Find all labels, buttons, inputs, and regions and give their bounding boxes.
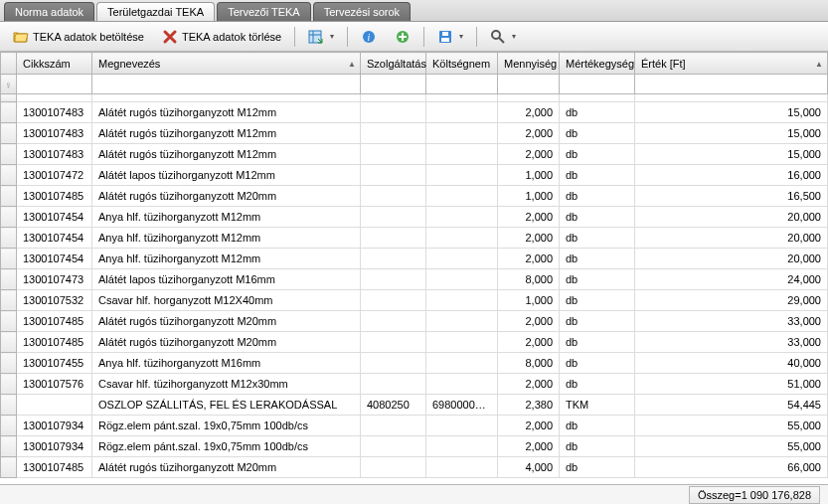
table-row[interactable]: 1300107532Csavar hlf. horganyzott M12X40… [1, 290, 828, 311]
cell-megnevezes[interactable]: Alátét rugós tüzihorganyzott M20mm [92, 311, 361, 332]
cell-ertek[interactable]: 55,000 [635, 416, 828, 436]
cell-koltsegnem[interactable] [426, 144, 498, 165]
cell-koltsegnem[interactable] [426, 416, 498, 436]
cell-mennyiseg[interactable]: 2,000 [498, 102, 560, 123]
cell-mennyiseg[interactable]: 8,000 [498, 269, 560, 290]
cell-megnevezes[interactable]: OSZLOP SZÁLLITÁS, FEL ÉS LERAKODÁSSAL [92, 395, 361, 416]
table-row[interactable]: 1300107472Alátét lapos tüzihorganyzott M… [1, 165, 828, 186]
row-indicator-header[interactable] [1, 53, 17, 75]
cell-mennyiseg[interactable]: 2,000 [498, 374, 560, 395]
cell-szolgaltatas[interactable] [361, 374, 426, 395]
table-row[interactable]: 1300107485Alátét rugós tüzihorganyzott M… [1, 186, 828, 207]
table-row[interactable]: 1300107485Alátét rugós tüzihorganyzott M… [1, 332, 828, 353]
cell-mertekegyseg[interactable]: db [560, 207, 635, 228]
cell-mennyiseg[interactable]: 8,000 [498, 353, 560, 374]
cell-koltsegnem[interactable]: 69800000 ... [426, 395, 498, 416]
cell-mennyiseg[interactable]: 1,000 [498, 165, 560, 186]
cell-szolgaltatas[interactable] [361, 269, 426, 290]
cell-ertek[interactable]: 15,000 [635, 123, 828, 144]
table-row[interactable]: 1300107454Anya hlf. tüzihorganyzott M12m… [1, 207, 828, 228]
table-row[interactable]: 1300107576Csavar hlf. tüzihorganyzott M1… [1, 374, 828, 395]
cell-cikkszam[interactable]: 1300107485 [17, 186, 92, 207]
row-indicator[interactable] [1, 395, 17, 416]
cell-cikkszam[interactable]: 1300107934 [17, 416, 92, 436]
cell-koltsegnem[interactable] [426, 123, 498, 144]
cell-koltsegnem[interactable] [426, 311, 498, 332]
cell-mertekegyseg[interactable]: db [560, 186, 635, 207]
cell-ertek[interactable]: 16,500 [635, 186, 828, 207]
row-indicator[interactable] [1, 123, 17, 144]
filter-cikkszam[interactable] [17, 77, 91, 92]
cell-koltsegnem[interactable] [426, 269, 498, 290]
refresh-button[interactable]: i [354, 25, 384, 49]
tab-teruletgazdai-teka[interactable]: Területgazdai TEKA [96, 2, 215, 21]
cell-szolgaltatas[interactable] [361, 144, 426, 165]
tab-tervezesi-sorok[interactable]: Tervezési sorok [313, 2, 411, 21]
cell-ertek[interactable]: 15,000 [635, 144, 828, 165]
cell-szolgaltatas[interactable] [361, 311, 426, 332]
cell-szolgaltatas[interactable] [361, 207, 426, 228]
cell-mertekegyseg[interactable]: TKM [560, 395, 635, 416]
cell-megnevezes[interactable]: Alátét rugós tüzihorganyzott M12mm [92, 102, 361, 123]
cell-szolgaltatas[interactable] [361, 457, 426, 478]
cell-ertek[interactable]: 20,000 [635, 207, 828, 228]
filter-ertek[interactable] [635, 77, 827, 92]
cell-ertek[interactable]: 33,000 [635, 311, 828, 332]
cell-megnevezes[interactable]: Csavar hlf. horganyzott M12X40mm [92, 290, 361, 311]
cell-megnevezes[interactable]: Alátét rugós tüzihorganyzott M12mm [92, 123, 361, 144]
col-cikkszam[interactable]: Cikkszám [17, 53, 92, 75]
col-megnevezes[interactable]: Megnevezés▲ [92, 53, 361, 75]
row-indicator[interactable] [1, 102, 17, 123]
table-row[interactable]: 1300107485Alátét rugós tüzihorganyzott M… [1, 457, 828, 478]
table-row[interactable]: 1300107934Rögz.elem pánt.szal. 19x0,75mm… [1, 416, 828, 436]
filter-mennyiseg[interactable] [498, 77, 559, 92]
cell-mertekegyseg[interactable]: db [560, 228, 635, 249]
cell-koltsegnem[interactable] [426, 102, 498, 123]
filter-indicator[interactable]: ♀ [1, 75, 17, 94]
table-row[interactable]: OSZLOP SZÁLLITÁS, FEL ÉS LERAKODÁSSAL408… [1, 395, 828, 416]
cell-mennyiseg[interactable]: 4,000 [498, 457, 560, 478]
cell-mertekegyseg[interactable]: db [560, 249, 635, 269]
cell-cikkszam[interactable]: 1300107485 [17, 332, 92, 353]
add-button[interactable] [388, 25, 417, 49]
cell-mennyiseg[interactable]: 2,000 [498, 436, 560, 457]
cell-megnevezes[interactable]: Anya hlf. tüzihorganyzott M12mm [92, 228, 361, 249]
cell-koltsegnem[interactable] [426, 332, 498, 353]
cell-mertekegyseg[interactable]: db [560, 353, 635, 374]
search-button[interactable]: ▾ [483, 25, 523, 49]
cell-ertek[interactable]: 55,000 [635, 436, 828, 457]
cell-szolgaltatas[interactable] [361, 290, 426, 311]
cell-cikkszam[interactable]: 1300107483 [17, 102, 92, 123]
cell-cikkszam[interactable]: 1300107483 [17, 123, 92, 144]
cell-koltsegnem[interactable] [426, 165, 498, 186]
cell-koltsegnem[interactable] [426, 186, 498, 207]
cell-ertek[interactable]: 20,000 [635, 249, 828, 269]
cell-szolgaltatas[interactable] [361, 416, 426, 436]
cell-koltsegnem[interactable] [426, 249, 498, 269]
cell-ertek[interactable]: 15,000 [635, 102, 828, 123]
cell-megnevezes[interactable]: Rögz.elem pánt.szal. 19x0,75mm 100db/cs [92, 436, 361, 457]
cell-mertekegyseg[interactable]: db [560, 102, 635, 123]
row-indicator[interactable] [1, 436, 17, 457]
cell-ertek[interactable]: 33,000 [635, 332, 828, 353]
row-indicator[interactable] [1, 353, 17, 374]
cell-ertek[interactable]: 24,000 [635, 269, 828, 290]
row-indicator[interactable] [1, 416, 17, 436]
save-button[interactable]: ▾ [430, 25, 470, 49]
table-row[interactable]: 1300107934Rögz.elem pánt.szal. 19x0,75mm… [1, 436, 828, 457]
export-button[interactable]: ▾ [301, 25, 341, 49]
clear-teka-button[interactable]: TEKA adatok törlése [155, 25, 288, 49]
cell-mennyiseg[interactable]: 2,000 [498, 207, 560, 228]
row-indicator[interactable] [1, 332, 17, 353]
cell-szolgaltatas[interactable] [361, 186, 426, 207]
cell-szolgaltatas[interactable] [361, 165, 426, 186]
cell-cikkszam[interactable]: 1300107454 [17, 249, 92, 269]
cell-mertekegyseg[interactable]: db [560, 457, 635, 478]
cell-cikkszam[interactable]: 1300107532 [17, 290, 92, 311]
row-indicator[interactable] [1, 311, 17, 332]
cell-szolgaltatas[interactable] [361, 332, 426, 353]
cell-megnevezes[interactable]: Anya hlf. tüzihorganyzott M12mm [92, 249, 361, 269]
cell-cikkszam[interactable] [17, 395, 92, 416]
load-teka-button[interactable]: TEKA adatok betöltése [6, 25, 151, 49]
row-indicator[interactable] [1, 186, 17, 207]
